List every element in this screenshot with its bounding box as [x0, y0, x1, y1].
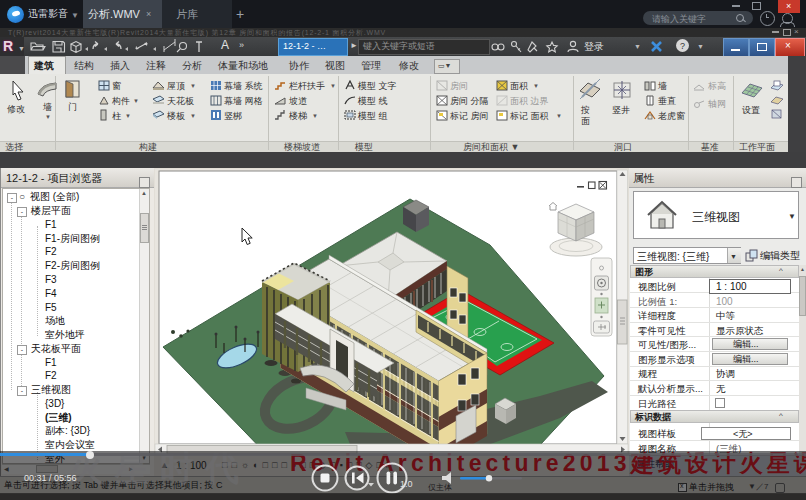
svg-text:1.0: 1.0	[400, 479, 413, 489]
